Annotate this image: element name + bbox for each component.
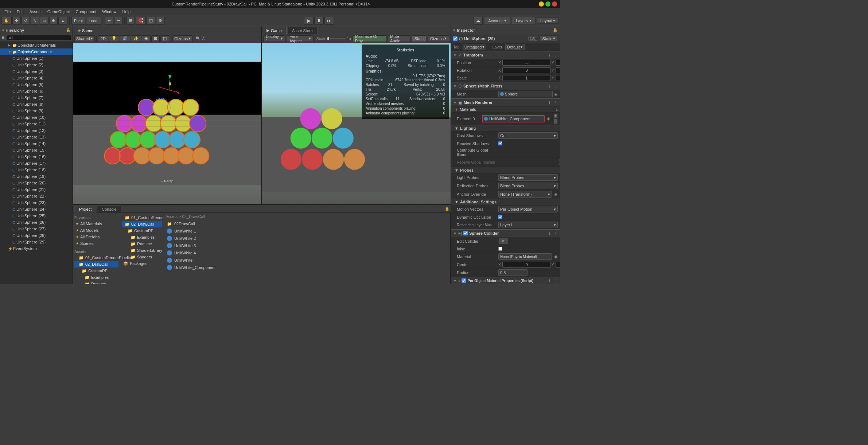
folder-shaderlibrary[interactable]: 📁ShaderLibrary	[122, 247, 162, 254]
element0-field[interactable]: UnlitWhite_Component	[482, 115, 545, 122]
mesh-renderer-menu[interactable]: ⋮	[553, 101, 558, 105]
undo-button[interactable]: ↩	[105, 17, 113, 25]
menu-item-assets[interactable]: Assets	[27, 8, 44, 15]
asset-store-tab[interactable]: Asset Store	[287, 27, 318, 34]
anchor-pick[interactable]: ◉	[554, 192, 558, 197]
hierarchy-item-sphere_4[interactable]: ⬡UnlitSphere (4)	[0, 75, 73, 81]
collider-material-pick[interactable]: ◉	[554, 254, 558, 259]
collab-button[interactable]: ☁	[474, 17, 483, 25]
scene-occlusion-button[interactable]: ◫	[160, 35, 169, 42]
hierarchy-item-sphere_22[interactable]: ⬡UnlitSphere (22)	[0, 193, 73, 199]
layout-button[interactable]: Layout ▾	[537, 17, 558, 24]
mesh-renderer-info[interactable]: ℹ	[548, 101, 551, 105]
scene-effects-button[interactable]: ✨	[131, 35, 141, 42]
sphere-collider-info[interactable]: ℹ	[548, 231, 551, 235]
folder-examples[interactable]: 📁Examples	[122, 234, 162, 241]
hierarchy-item-sphere_27[interactable]: ⬡UnlitSphere (27)	[0, 226, 73, 232]
2d-button[interactable]: 2D	[98, 35, 108, 42]
lighting-section-header[interactable]: ▼ Lighting	[451, 125, 560, 132]
folder-02_drawcall[interactable]: 📁02_DrawCall	[122, 221, 162, 227]
mute-audio-button[interactable]: Mute Audio	[388, 35, 410, 42]
gizmos-dropdown[interactable]: Gizmos ▾	[172, 35, 192, 42]
hierarchy-item-sphere_9[interactable]: ⬡UnlitSphere (9)	[0, 108, 73, 114]
transform-info[interactable]: ℹ	[548, 53, 551, 57]
menu-item-component[interactable]: Component	[73, 8, 99, 15]
hierarchy-item-sphere_6[interactable]: ⬡UnlitSphere (6)	[0, 88, 73, 94]
per-object-menu[interactable]: ⋮	[553, 279, 558, 283]
rect-tool[interactable]: ▭	[40, 17, 48, 25]
anchor-override-dropdown[interactable]: None (Transform) ▾	[498, 191, 552, 198]
mesh-filter-header[interactable]: ⬡ Sphere (Mesh Filter) ℹ ⋮	[451, 82, 560, 90]
folder-item-examples[interactable]: 📁Examples	[74, 274, 118, 281]
rotation-x-input[interactable]	[502, 67, 551, 73]
position-y-input[interactable]	[556, 60, 560, 66]
hierarchy-item-sphere_21[interactable]: ⬡UnlitSphere (21)	[0, 186, 73, 193]
per-object-header[interactable]: # Per Object Material Properties (Script…	[451, 277, 560, 284]
collider-material-dropdown[interactable]: None (Physic Material)	[498, 253, 552, 260]
transform-menu[interactable]: ⋮	[553, 53, 558, 57]
hierarchy-item-sphere_13[interactable]: ⬡UnlitSphere (13)	[0, 134, 73, 140]
hierarchy-search-input[interactable]	[7, 35, 71, 41]
menu-item-edit[interactable]: Edit	[14, 8, 27, 15]
scale-slider[interactable]	[327, 38, 346, 39]
hierarchy-item-sphere_28[interactable]: ⬡UnlitSphere (28)	[0, 232, 73, 239]
light-probes-dropdown[interactable]: Blend Probes ▾	[498, 174, 558, 181]
folder-customrp[interactable]: 📁CustomRP	[122, 227, 162, 234]
hierarchy-item-sphere_16[interactable]: ⬡UnlitSphere (16)	[0, 153, 73, 160]
element0-pick[interactable]: ◉	[547, 116, 550, 121]
hierarchy-item-sphere_25[interactable]: ⬡UnlitSphere (25)	[0, 212, 73, 219]
per-object-info[interactable]: ℹ	[548, 279, 551, 283]
mesh-filter-info[interactable]: ℹ	[548, 84, 551, 88]
hierarchy-item-sphere_23[interactable]: ⬡UnlitSphere (23)	[0, 199, 73, 206]
hierarchy-item-objects_comp[interactable]: ▼📁ObjectsComponent	[0, 48, 73, 55]
center-x-input[interactable]	[502, 262, 551, 268]
grid-button[interactable]: ⊞	[126, 17, 135, 25]
stats-button[interactable]: Stats	[412, 35, 426, 42]
inspector-lock-icon[interactable]: 🔒	[553, 28, 558, 32]
minimize-button[interactable]	[539, 1, 544, 7]
folder-shaders[interactable]: 📁Shaders	[122, 254, 162, 260]
material-minus[interactable]: −	[553, 119, 558, 124]
folder-runtime[interactable]: 📁Runtime	[122, 241, 162, 247]
persp-button[interactable]: ◫	[147, 17, 155, 25]
hierarchy-item-sphere_8[interactable]: ⬡UnlitSphere (8)	[0, 101, 73, 108]
per-object-active[interactable]	[462, 278, 466, 283]
additional-settings-header[interactable]: ▼ Additional Settings	[451, 199, 560, 205]
hierarchy-item-sphere_10[interactable]: ⬡UnlitSphere (10)	[0, 114, 73, 121]
static-button[interactable]: Static ▾	[540, 35, 558, 42]
scale-tool[interactable]: ⤡	[31, 17, 39, 25]
mesh-renderer-header[interactable]: ▣ Mesh Renderer ℹ ⋮	[451, 98, 560, 106]
rendering-layer-dropdown[interactable]: Layer1 ▾	[498, 222, 558, 228]
layers-button[interactable]: Layers ▾	[512, 17, 536, 25]
play-button[interactable]: ▶	[304, 17, 314, 25]
hierarchy-item-sphere_1[interactable]: ⬡UnlitSphere (1)	[0, 55, 73, 62]
asset-item-unlitwhite-4[interactable]: UnlitWhite 4	[166, 249, 449, 257]
hierarchy-item-sphere_2[interactable]: ⬡UnlitSphere (2)	[0, 62, 73, 68]
hierarchy-item-objects_multi[interactable]: ▶📁ObjectsMultiMaterials	[0, 42, 73, 48]
cast-shadows-dropdown[interactable]: On ▾	[498, 132, 558, 139]
hierarchy-item-sphere_26[interactable]: ⬡UnlitSphere (26)	[0, 219, 73, 226]
menu-item-window[interactable]: Window	[99, 8, 119, 15]
asset-item-unlitwhite-3[interactable]: UnlitWhite 3	[166, 242, 449, 249]
settings-button[interactable]: ⚙	[156, 17, 165, 25]
redo-button[interactable]: ↪	[114, 17, 122, 25]
hierarchy-item-sphere_18[interactable]: ⬡UnlitSphere (18)	[0, 167, 73, 173]
console-tab[interactable]: Console	[97, 206, 121, 213]
hierarchy-item-sphere_11[interactable]: ⬡UnlitSphere (11)	[0, 121, 73, 127]
scene-hidden-button[interactable]: ◉	[142, 35, 151, 42]
folder-item-runtime[interactable]: 📁Runtime	[74, 281, 118, 284]
scene-light-button[interactable]: 💡	[109, 35, 119, 42]
object-active-checkbox[interactable]	[453, 36, 458, 41]
probes-section-header[interactable]: ▼ Probes	[451, 167, 560, 173]
rotate-tool[interactable]: ↺	[22, 17, 30, 25]
hierarchy-item-sphere_15[interactable]: ⬡UnlitSphere (15)	[0, 147, 73, 153]
snap-button[interactable]: 🧲	[136, 17, 146, 25]
move-tool[interactable]: ✥	[12, 17, 21, 25]
mesh-pick[interactable]: ◉	[554, 92, 558, 97]
asset-item-unlitwhite[interactable]: UnlitWhite	[166, 257, 449, 264]
sphere-collider-menu[interactable]: ⋮	[553, 231, 558, 235]
maximize-button[interactable]	[545, 1, 550, 7]
game-viewport[interactable]: Statistics Audio: Level: -74.8 dB DSP lo…	[262, 43, 451, 204]
account-button[interactable]: Account ▾	[484, 17, 510, 25]
scene-viewport[interactable]: ←Persp	[73, 43, 261, 204]
